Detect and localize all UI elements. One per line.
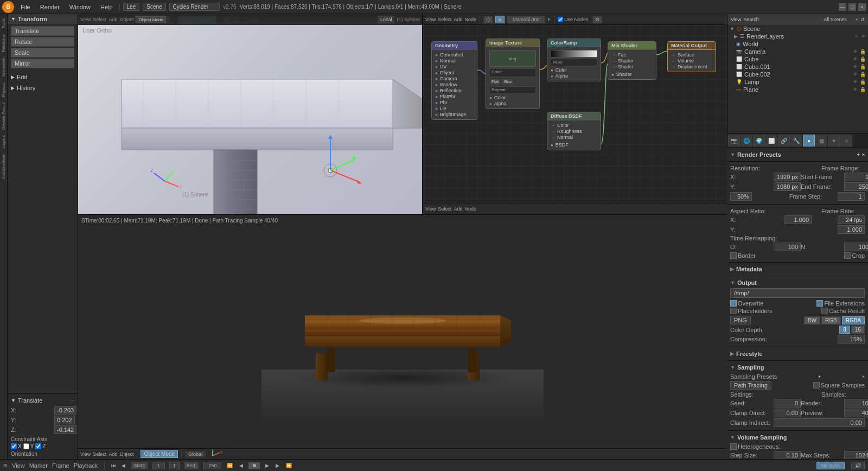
plane-item[interactable]: ▭ Plane 👁 🔒 xyxy=(727,86,868,93)
cube001-eye[interactable]: 👁 xyxy=(853,64,858,69)
node-type-icon[interactable]: ⬡ xyxy=(483,16,493,23)
material-output-node[interactable]: Material Output → Surface → Volume → Dis… xyxy=(667,41,716,72)
current-frame[interactable]: 1 xyxy=(169,462,180,469)
volume-sampling-title[interactable]: ▼ Volume Sampling xyxy=(730,433,865,442)
frame-rate-value[interactable]: 24 fps xyxy=(838,215,865,224)
crop-check[interactable]: Crop xyxy=(844,252,865,259)
status-icon[interactable]: ⊞ xyxy=(3,463,8,468)
layers-tab[interactable]: Layers xyxy=(0,133,7,150)
color-space[interactable]: Color xyxy=(489,68,536,77)
image-texture-node[interactable]: Image Texture img Color Flat Box Repeat … xyxy=(486,39,540,109)
global-btn-render[interactable]: Global xyxy=(185,451,206,457)
prev-keyframe-icon[interactable]: ⏪ xyxy=(227,463,233,468)
local-btn[interactable]: Local xyxy=(378,16,395,23)
menu-help[interactable]: Help xyxy=(97,3,116,11)
crop-checkbox[interactable] xyxy=(844,252,851,259)
plane-eye[interactable]: 👁 xyxy=(853,87,858,92)
lamp-item[interactable]: 💡 Lamp 👁 🔒 xyxy=(727,78,868,86)
overwrite-check[interactable]: Overwrite xyxy=(730,300,763,307)
node-view-btn[interactable]: View xyxy=(425,17,436,22)
outline-refresh-btn[interactable]: ↺ xyxy=(860,17,865,22)
format-dropdown[interactable]: PNG xyxy=(730,316,751,324)
blender-logo[interactable]: B xyxy=(2,1,14,13)
audio-btn[interactable]: 🔊 xyxy=(851,462,865,469)
border-check[interactable]: Border xyxy=(730,252,756,259)
frame-status[interactable]: Frame xyxy=(52,462,69,469)
constraint-props-icon[interactable]: 🔗 xyxy=(778,135,790,147)
diffuse-bsdf-node[interactable]: Diffuse BSDF → Color → Roughness → Norma… xyxy=(547,112,601,150)
cube001-item[interactable]: ⬜ Cube.001 👁 🔒 xyxy=(727,63,868,71)
seed-value[interactable]: 0 xyxy=(774,399,801,408)
engine-selector[interactable]: Cycles Render xyxy=(169,3,220,11)
user-selector[interactable]: Lee xyxy=(123,3,140,11)
node-extra-icons[interactable]: ⚙ xyxy=(592,16,602,23)
max-steps-value[interactable]: 1024 xyxy=(844,451,868,459)
play-icon[interactable]: ⏮ xyxy=(111,463,116,468)
all-scenes-btn[interactable]: All Scenes xyxy=(819,16,851,23)
modifier-props-icon[interactable]: 🔧 xyxy=(790,135,802,147)
mirror-btn[interactable]: Mirror xyxy=(11,59,74,68)
cube002-lock[interactable]: 🔒 xyxy=(860,72,866,77)
world-props-icon[interactable]: 🌍 xyxy=(753,135,765,147)
render-object-btn[interactable]: Object xyxy=(119,451,133,457)
cube-lock[interactable]: 🔒 xyxy=(860,56,866,62)
plane-lock[interactable]: 🔒 xyxy=(860,87,866,92)
node-add-toolbar[interactable]: Add xyxy=(454,206,462,212)
f-pin[interactable]: F xyxy=(547,17,551,22)
viewport-3d[interactable]: View Select Add Object Object Mode Local… xyxy=(78,14,423,214)
cache-checkbox[interactable] xyxy=(821,308,828,314)
cube002-item[interactable]: ⬜ Cube.002 👁 🔒 xyxy=(727,71,868,78)
bw-btn[interactable]: BW xyxy=(804,316,820,324)
relations-tab[interactable]: Relations xyxy=(0,32,7,54)
y-value[interactable]: 0.202 xyxy=(54,416,75,424)
heterogeneous-checkbox[interactable] xyxy=(730,443,737,450)
rgba-btn[interactable]: RGBA xyxy=(842,316,865,324)
render-layers-edit[interactable]: ✎ xyxy=(854,34,859,39)
time-new-value[interactable]: 100 xyxy=(844,243,868,251)
colorramp-node[interactable]: ColorRamp RGB ● Color ● Alpha xyxy=(547,39,601,81)
minimize-btn[interactable]: — xyxy=(839,3,846,11)
cache-check[interactable]: Cache Result xyxy=(821,308,865,314)
grease-pencil-tab[interactable]: Grease Pencil xyxy=(0,100,7,132)
scene-selector[interactable]: Scene xyxy=(143,3,165,11)
depth-8-btn[interactable]: 8 xyxy=(839,326,850,334)
object-mode-btn[interactable]: Object Mode xyxy=(136,16,165,23)
cube-item[interactable]: ⬜ Cube 👁 🔒 xyxy=(727,55,868,63)
overwrite-checkbox[interactable] xyxy=(730,300,737,307)
texture-props-icon[interactable]: ▦ xyxy=(815,135,827,147)
z-value[interactable]: -0.142 xyxy=(54,425,76,434)
node-canvas[interactable]: Material.002 Geometry ● Generated ● Norm… xyxy=(423,25,727,214)
clamp-indirect-value[interactable]: 0.00 xyxy=(774,418,865,427)
time-old-value[interactable]: 100 xyxy=(774,243,801,251)
aspect-y-value[interactable]: 1.000 xyxy=(838,225,865,234)
clamp-direct-value[interactable]: 0.00 xyxy=(774,409,801,417)
cube-eye[interactable]: 👁 xyxy=(853,56,858,62)
presets-remove[interactable]: × xyxy=(862,152,865,157)
prev-frame-icon[interactable]: ◀ xyxy=(122,463,125,468)
rotate-btn[interactable]: Rotate xyxy=(11,37,74,47)
end-val[interactable]: 250 xyxy=(203,462,221,469)
square-samples-checkbox[interactable] xyxy=(813,382,820,389)
sampling-title[interactable]: ▼ Sampling xyxy=(730,363,865,372)
render-viewport[interactable]: BTime:00:02.65 | Mem:71.19M; Peak:71.19M… xyxy=(78,215,727,459)
tools-tab[interactable]: Tools xyxy=(0,16,7,31)
texture-preview[interactable]: img xyxy=(489,50,536,67)
menu-window[interactable]: Window xyxy=(66,3,94,11)
geometry-node[interactable]: Geometry ● Generated ● Normal ● UV ● Obj… xyxy=(431,41,477,120)
render-presets-title[interactable]: ▼ Render Presets + × xyxy=(730,150,865,159)
marker-status[interactable]: Marker xyxy=(29,462,48,469)
node-node-toolbar[interactable]: Node xyxy=(464,206,476,212)
aspect-x-value[interactable]: 1.000 xyxy=(784,215,812,224)
res-y-value[interactable]: 1080 px xyxy=(774,182,801,191)
ramp-mode[interactable]: RGB xyxy=(551,59,597,66)
particles-props-icon[interactable]: ✦ xyxy=(828,135,840,147)
world-item[interactable]: ◉ World xyxy=(727,40,868,48)
render-layers-eye[interactable]: 👁 xyxy=(861,34,866,39)
placeholders-checkbox[interactable] xyxy=(730,308,737,314)
history-title[interactable]: ▶ History xyxy=(11,84,74,92)
physics-tab[interactable]: Physics xyxy=(0,80,7,100)
path-tracing-dropdown[interactable]: Path Tracing xyxy=(730,381,771,390)
render-view-btn[interactable]: View xyxy=(80,451,91,457)
start-val[interactable]: 1 xyxy=(152,462,165,469)
play-btn[interactable]: ▶ xyxy=(265,463,269,468)
